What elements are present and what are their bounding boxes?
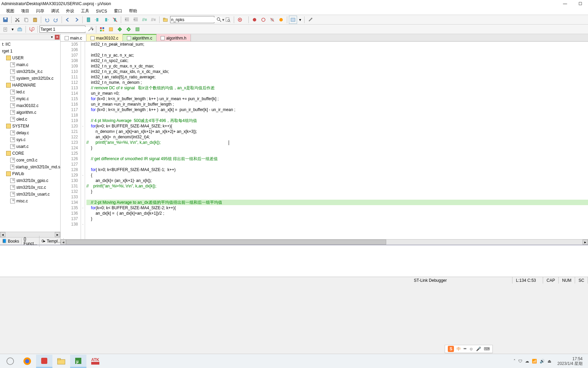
tree-group-system[interactable]: SYSTEM	[0, 123, 60, 129]
tree-file[interactable]: delay.c	[0, 129, 60, 136]
options-button[interactable]: ▾	[10, 25, 15, 33]
maximize-button[interactable]: ☐	[573, 0, 588, 7]
tray-network-icon[interactable]: 📶	[532, 359, 537, 364]
tree-file[interactable]: core_cm3.c	[0, 157, 60, 164]
bookmark-prev-button[interactable]	[93, 16, 101, 24]
tree-project-root[interactable]: t: IIC	[0, 41, 60, 48]
tree-file[interactable]: oled.c	[0, 116, 60, 123]
bookmark-clear-button[interactable]	[111, 16, 119, 24]
env-button[interactable]	[125, 25, 133, 33]
project-tree[interactable]: t: IIC rget 1 USER main.c stm32f10x_it.c…	[0, 40, 60, 232]
target-input[interactable]	[40, 27, 92, 32]
debug-button[interactable]	[236, 16, 244, 24]
tray-usb-icon[interactable]: ⏏	[548, 359, 551, 364]
menu-project[interactable]: 项目	[18, 7, 33, 15]
tray-onedrive-icon[interactable]: ☁	[525, 359, 529, 364]
tree-file[interactable]: stm32f10x_usart.c	[0, 191, 60, 198]
window-button[interactable]	[289, 16, 297, 24]
menu-peripherals[interactable]: 外设	[63, 7, 78, 15]
taskbar-atk[interactable]: ATK	[87, 355, 103, 368]
tree-group-user[interactable]: USER	[0, 55, 60, 61]
start-button[interactable]	[2, 355, 18, 368]
tree-file[interactable]: myiic.c	[0, 95, 60, 102]
ime-mic-icon[interactable]: 🎤	[476, 347, 481, 351]
tab-max30102-c[interactable]: max30102.c	[86, 34, 122, 41]
pack-button[interactable]	[133, 25, 142, 33]
minimize-button[interactable]: —	[557, 0, 573, 7]
cut-button[interactable]	[13, 16, 21, 24]
ime-bar[interactable]: S 中 •• ☺ 🎤 ⌨	[445, 345, 493, 353]
tab-algorithm-h[interactable]: algorithm.h	[157, 34, 191, 41]
taskbar-app1[interactable]	[36, 355, 52, 368]
manage-project-button[interactable]	[98, 25, 106, 33]
menu-tools[interactable]: 工具	[78, 7, 93, 15]
tree-group-hardware[interactable]: HARDWARE	[0, 82, 60, 89]
editor-hscroll[interactable]: ◄ ►	[61, 239, 588, 245]
menu-window[interactable]: 窗口	[111, 7, 126, 15]
paste-button[interactable]	[31, 16, 39, 24]
download-button[interactable]: LOAD	[28, 25, 36, 33]
uncomment-button[interactable]: //≡	[149, 16, 158, 24]
ime-lang[interactable]: 中	[457, 346, 461, 352]
taskbar-explorer[interactable]	[53, 355, 69, 368]
unindent-button[interactable]	[132, 16, 140, 24]
tree-file[interactable]: main.c	[0, 61, 60, 68]
tray-volume-icon[interactable]: 🔊	[540, 359, 545, 364]
configure-button[interactable]	[306, 16, 314, 24]
scroll-thumb[interactable]	[66, 240, 386, 245]
scroll-track[interactable]	[66, 240, 583, 245]
nav-back-button[interactable]	[64, 16, 72, 24]
scroll-left-icon[interactable]: ◄	[0, 232, 5, 237]
close-panel-button[interactable]: ✕	[55, 35, 60, 40]
tree-target[interactable]: rget 1	[0, 48, 60, 55]
pin-icon[interactable]: ▾	[49, 35, 54, 40]
tree-file[interactable]: sys.c	[0, 136, 60, 143]
tray-clock[interactable]: 17:54 2023/1/4 星期	[554, 356, 583, 366]
tab-algorithm-c[interactable]: algorithm.c	[123, 34, 157, 41]
ime-punct-icon[interactable]: ••	[463, 347, 466, 351]
redo-button[interactable]	[52, 16, 60, 24]
ime-keyboard-icon[interactable]: ⌨	[484, 347, 490, 351]
tray-up-icon[interactable]: ˄	[513, 359, 516, 364]
target-options-button[interactable]	[86, 25, 94, 33]
find-in-files-button[interactable]	[224, 16, 232, 24]
tab-main-c[interactable]: main.c	[61, 34, 86, 41]
folder-button[interactable]	[161, 16, 169, 24]
bookmark-next-button[interactable]	[102, 16, 110, 24]
breakpoint-kill-button[interactable]	[277, 16, 285, 24]
tree-file[interactable]: led.c	[0, 89, 60, 95]
fold-column[interactable]: ----	[81, 42, 85, 239]
taskbar-keil[interactable]: µ	[70, 355, 86, 368]
tree-file[interactable]: stm32f10x_gpio.c	[0, 177, 60, 184]
panel-tab-functions[interactable]: {} Funct...	[21, 236, 39, 247]
find-input[interactable]	[171, 17, 222, 22]
menu-flash[interactable]: 闪存	[33, 7, 48, 15]
tree-group-fwlib[interactable]: FWLib	[0, 170, 60, 177]
tree-file[interactable]: startup_stm32f10x_md.s	[0, 164, 60, 170]
tree-file[interactable]: stm32f10x_rcc.c	[0, 184, 60, 191]
breakpoint-insert-button[interactable]	[250, 16, 259, 24]
tree-file[interactable]: system_stm32f10x.c	[0, 75, 60, 82]
build-button[interactable]	[16, 25, 24, 33]
tree-file[interactable]: max30102.c	[0, 102, 60, 109]
bookmark-button[interactable]	[84, 16, 93, 24]
sogou-icon[interactable]: S	[448, 346, 454, 352]
tree-file[interactable]: misc.c	[0, 198, 60, 204]
copy-button[interactable]	[22, 16, 30, 24]
save-all-button[interactable]	[1, 16, 10, 24]
scroll-right-icon[interactable]: ►	[55, 232, 60, 237]
menu-help[interactable]: 帮助	[126, 7, 141, 15]
scroll-right-icon[interactable]: ►	[583, 240, 588, 245]
panel-tab-books[interactable]: 📘 Books	[0, 238, 21, 244]
tray-shield-icon[interactable]: 🛡	[518, 359, 522, 364]
tree-file[interactable]: stm32f10x_it.c	[0, 68, 60, 75]
taskbar-firefox[interactable]	[19, 355, 35, 368]
find-combo[interactable]: ▾	[170, 16, 214, 23]
target-combo[interactable]: ▾	[39, 26, 85, 33]
file-extensions-button[interactable]	[107, 25, 115, 33]
indent-button[interactable]	[123, 16, 131, 24]
code-content[interactable]: int32_t n_peak_interval_sum; int32_t n_y…	[85, 42, 588, 239]
code-editor[interactable]: 1051061071081091101111121131141151161171…	[61, 42, 588, 239]
dropdown-button[interactable]: ▾	[298, 16, 303, 24]
breakpoint-disable-button[interactable]	[268, 16, 276, 24]
